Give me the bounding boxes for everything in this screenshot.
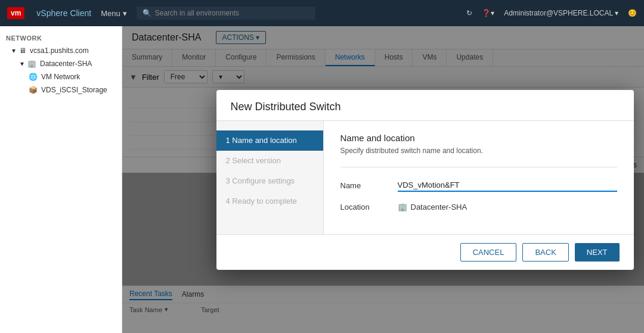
content-title: Name and location	[340, 133, 617, 143]
sidebar-item-datacenter[interactable]: ▾ 🏢 Datacenter-SHA	[0, 57, 122, 70]
network-icon: 🌐	[29, 73, 38, 81]
storage-icon: 📦	[29, 86, 38, 94]
topbar-right: ↻ ❓▾ Administrator@VSPHERE.LOCAL ▾ 😊	[466, 9, 637, 17]
user-avatar[interactable]: 😊	[628, 9, 637, 17]
sidebar-item-label: Datacenter-SHA	[40, 60, 92, 68]
form-row-name: Name	[340, 179, 617, 192]
menu-chevron-icon: ▾	[123, 9, 127, 18]
app-title: vSphere Client	[36, 8, 91, 18]
sidebar-item-label: vcsa1.pushits.com	[30, 46, 89, 55]
sidebar-item-vmnetwork[interactable]: 🌐 VM Network	[0, 70, 122, 83]
dialog-body: 1 Name and location 2 Select version 3 C…	[216, 121, 634, 234]
name-label: Name	[340, 181, 388, 190]
sidebar-network-section: Network	[0, 31, 122, 44]
location-value: 🏢 Datacenter-SHA	[398, 203, 467, 211]
datacenter-icon: 🏢	[27, 60, 36, 68]
location-text: Datacenter-SHA	[411, 203, 467, 211]
form-row-location: Location 🏢 Datacenter-SHA	[340, 203, 617, 211]
cancel-button[interactable]: CANCEL	[460, 243, 517, 262]
app-logo: vm	[7, 7, 24, 19]
next-button[interactable]: NEXT	[575, 243, 620, 262]
server-icon: 🖥	[19, 46, 26, 55]
sidebar-item-label: VM Network	[41, 73, 80, 81]
name-input[interactable]	[398, 179, 617, 192]
main-area: Datacenter-SHA ACTIONS ▾ Summary Monitor…	[122, 26, 644, 333]
step-name-location[interactable]: 1 Name and location	[216, 130, 323, 151]
caret-icon: ▾	[12, 46, 16, 55]
sidebar-item-vcsa1[interactable]: ▾ 🖥 vcsa1.pushits.com	[0, 44, 122, 57]
user-chevron-icon: ▾	[615, 9, 618, 17]
sidebar-item-label: VDS_iSCSI_Storage	[41, 86, 107, 94]
user-label: Administrator@VSPHERE.LOCAL	[504, 9, 612, 17]
menu-label: Menu	[101, 9, 120, 18]
caret-icon: ▾	[20, 60, 24, 68]
step-ready-complete[interactable]: 4 Ready to complete	[216, 191, 323, 211]
datacenter-location-icon: 🏢	[398, 203, 407, 211]
user-menu[interactable]: Administrator@VSPHERE.LOCAL ▾	[504, 9, 618, 17]
dialog-new-distributed-switch: New Distributed Switch 1 Name and locati…	[216, 90, 634, 270]
dialog-steps: 1 Name and location 2 Select version 3 C…	[216, 121, 324, 234]
content-area: Network ▾ 🖥 vcsa1.pushits.com ▾ 🏢 Datace…	[0, 26, 644, 333]
step-configure-settings[interactable]: 3 Configure settings	[216, 171, 323, 191]
dialog-content: Name and location Specify distributed sw…	[324, 121, 634, 234]
help-icon[interactable]: ❓▾	[482, 9, 494, 17]
refresh-icon[interactable]: ↻	[466, 9, 472, 17]
sidebar-item-vds[interactable]: 📦 VDS_iSCSI_Storage	[0, 83, 122, 97]
search-icon: 🔍	[143, 9, 151, 17]
menu-button[interactable]: Menu ▾	[101, 9, 127, 18]
step-select-version[interactable]: 2 Select version	[216, 151, 323, 171]
content-divider	[340, 167, 617, 167]
location-label: Location	[340, 203, 388, 211]
sidebar: Network ▾ 🖥 vcsa1.pushits.com ▾ 🏢 Datace…	[0, 26, 122, 333]
search-bar[interactable]: 🔍 Search in all environments	[137, 7, 315, 20]
dialog-title: New Distributed Switch	[216, 90, 634, 121]
content-subtitle: Specify distributed switch name and loca…	[340, 147, 617, 155]
back-button[interactable]: BACK	[522, 243, 568, 262]
dialog-footer: CANCEL BACK NEXT	[216, 234, 634, 270]
search-placeholder-text: Search in all environments	[155, 9, 239, 17]
topbar: vm vSphere Client Menu ▾ 🔍 Search in all…	[0, 0, 644, 26]
